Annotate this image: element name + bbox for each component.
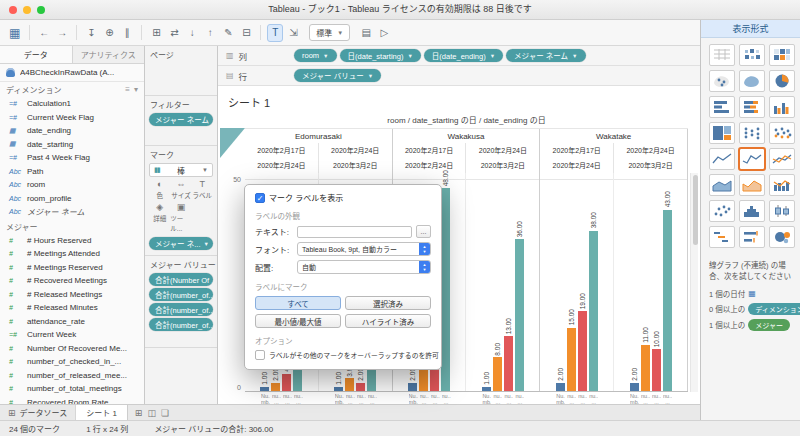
showme-heatmap-icon[interactable]	[739, 44, 765, 66]
measure-values-pill[interactable]: 合計(number_of..▼	[149, 288, 213, 301]
label-scope-button[interactable]: ハイライト済み	[345, 314, 431, 328]
minimize-button[interactable]	[23, 6, 31, 14]
bar-mark[interactable]	[652, 349, 661, 391]
measure-field[interactable]: ## Recovered Meetings	[0, 274, 144, 288]
dimension-field[interactable]: =#Current Week Flag	[0, 111, 144, 125]
save-icon[interactable]: ↧	[83, 24, 99, 42]
bar-mark[interactable]	[441, 188, 450, 391]
new-worksheet-icon[interactable]: ⊞	[135, 408, 143, 418]
marks-color-button[interactable]: ◐色	[149, 180, 170, 200]
showme-box-plot-icon[interactable]	[769, 200, 795, 222]
bar-mark[interactable]	[567, 328, 576, 391]
bar-mark[interactable]	[556, 383, 565, 391]
new-worksheet-icon[interactable]: ⊞	[148, 24, 164, 42]
dimension-field[interactable]: =#Calculation1	[0, 97, 144, 111]
showme-highlight-table-icon[interactable]	[769, 44, 795, 66]
showme-scatter-icon[interactable]	[709, 200, 735, 222]
showme-bullet-icon[interactable]	[739, 226, 765, 248]
pause-updates-icon[interactable]: ∥	[119, 24, 135, 42]
new-story-icon[interactable]: ❏	[161, 408, 169, 418]
showme-gantt-icon[interactable]	[709, 226, 735, 248]
bar-mark[interactable]	[345, 378, 354, 391]
show-mark-labels-checkbox[interactable]: ✓	[255, 193, 265, 203]
bar-mark[interactable]	[408, 383, 417, 391]
bar-mark[interactable]	[356, 383, 365, 391]
measure-field[interactable]: ## Meetings Attended	[0, 247, 144, 261]
showme-side-by-side-bar-icon[interactable]	[769, 96, 795, 118]
fit-dropdown[interactable]: 標準 ▼	[309, 24, 350, 41]
showme-area-continuous-icon[interactable]	[709, 174, 735, 196]
datasource-tab[interactable]: ⊞ データソース	[0, 405, 76, 420]
showme-line-discrete-icon[interactable]	[739, 148, 765, 170]
sort-descending-icon[interactable]: ↑	[202, 24, 218, 42]
measure-field[interactable]: #number_of_released_mee...	[0, 369, 144, 383]
dimension-field[interactable]: Abcメジャー ネーム	[0, 205, 144, 219]
bar-mark[interactable]	[493, 357, 502, 391]
bar-mark[interactable]	[282, 374, 291, 391]
swap-rows-columns-icon[interactable]: ⇄	[166, 24, 182, 42]
bar-mark[interactable]	[515, 239, 524, 391]
label-scope-button[interactable]: 最小値/最大値	[255, 314, 341, 328]
group-members-icon[interactable]: ⊟	[238, 24, 254, 42]
dimension-field[interactable]: AbcPath	[0, 165, 144, 179]
show-hide-cards-icon[interactable]: ▤	[358, 24, 374, 42]
presentation-mode-icon[interactable]: ▷	[376, 24, 392, 42]
bar-mark[interactable]	[630, 383, 639, 391]
showme-pie-icon[interactable]	[769, 70, 795, 92]
bar-mark[interactable]	[271, 383, 280, 391]
fix-axes-icon[interactable]: ⇲	[285, 24, 301, 42]
showme-packed-bubble-icon[interactable]	[769, 226, 795, 248]
close-button[interactable]	[9, 6, 17, 14]
measure-field[interactable]: ## Hours Reserved	[0, 234, 144, 248]
show-mark-labels-icon[interactable]: T	[267, 24, 283, 42]
marks-size-button[interactable]: ⇔サイズ	[170, 180, 191, 200]
allow-overlap-checkbox[interactable]	[255, 350, 265, 360]
showme-side-by-side-circle-icon[interactable]	[769, 122, 795, 144]
dimension-field[interactable]: ▦date_ending	[0, 124, 144, 138]
bar-mark[interactable]	[663, 210, 672, 392]
sheet-tab[interactable]: シート 1	[76, 405, 128, 420]
zoom-button[interactable]	[37, 6, 45, 14]
mark-type-dropdown[interactable]: ▮▮ 棒 ▼	[149, 163, 213, 177]
label-scope-button[interactable]: 選択済み	[345, 296, 431, 310]
measure-field[interactable]: =#Current Week	[0, 328, 144, 342]
measure-field[interactable]: #attendance_rate	[0, 315, 144, 329]
showme-text-table-icon[interactable]	[709, 44, 735, 66]
showme-circle-view-icon[interactable]	[739, 122, 765, 144]
datasource-item[interactable]: A4BCheckInRawData (A...	[0, 64, 144, 82]
rows-shelf-pill[interactable]: メジャー バリュー▼	[294, 69, 381, 82]
showme-dual-line-icon[interactable]	[769, 148, 795, 170]
bar-mark[interactable]	[260, 387, 269, 391]
dimension-field[interactable]: =#Past 4 Week Flag	[0, 151, 144, 165]
label-scope-button[interactable]: すべて	[255, 296, 341, 310]
view-menu-icon[interactable]: ≡	[125, 85, 130, 94]
marks-tooltip-button[interactable]: ▣ツール...	[170, 203, 191, 233]
showme-filled-map-icon[interactable]	[739, 70, 765, 92]
tab-data[interactable]: データ	[0, 46, 73, 63]
sort-ascending-icon[interactable]: ↓	[184, 24, 200, 42]
columns-shelf-pill[interactable]: room▼	[294, 49, 337, 62]
measure-field[interactable]: ## Meetings Reserved	[0, 261, 144, 275]
showme-treemap-icon[interactable]	[709, 122, 735, 144]
dimension-field[interactable]: Abcroom_profile	[0, 192, 144, 206]
columns-shelf-pill[interactable]: 日(date_ending)▼	[424, 49, 503, 62]
text-editor-button[interactable]: ...	[416, 225, 431, 238]
highlight-icon[interactable]: ✎	[220, 24, 236, 42]
measure-values-pill[interactable]: 合計(Number Of ..▼	[149, 273, 213, 286]
showme-dual-combination-icon[interactable]	[769, 174, 795, 196]
columns-shelf-pill[interactable]: 日(date_starting)▼	[340, 49, 421, 62]
measure-field[interactable]: ## Released Meetings	[0, 288, 144, 302]
showme-symbol-map-icon[interactable]	[709, 70, 735, 92]
marks-detail-button[interactable]: ◈詳細	[149, 203, 170, 233]
bar-mark[interactable]	[641, 345, 650, 391]
marks-label-button[interactable]: Tラベル	[192, 180, 213, 200]
font-dropdown[interactable]: Tableau Book, 9pt, 自動カラー ▲▼	[297, 242, 431, 256]
filter-pill[interactable]: メジャー ネーム▼	[149, 113, 213, 126]
bar-mark[interactable]	[578, 311, 587, 391]
dimension-field[interactable]: ▦date_starting	[0, 138, 144, 152]
measure-values-pill[interactable]: 合計(number_of..▼	[149, 303, 213, 316]
undo-icon[interactable]: ←	[36, 24, 52, 42]
vertical-scrollbar[interactable]	[690, 173, 698, 392]
label-text-input[interactable]	[297, 226, 412, 238]
chevron-down-icon[interactable]: ▾	[134, 85, 138, 94]
